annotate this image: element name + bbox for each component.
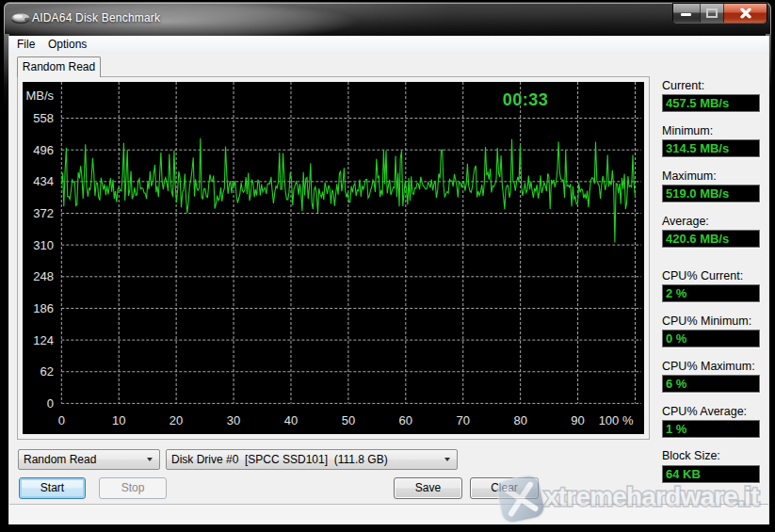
svg-text:124: 124: [33, 333, 54, 347]
svg-text:50: 50: [342, 413, 355, 427]
svg-text:80: 80: [513, 413, 526, 427]
svg-text:100 %: 100 %: [599, 413, 634, 427]
svg-text:62: 62: [40, 364, 54, 379]
svg-text:310: 310: [33, 238, 54, 252]
svg-text:186: 186: [33, 301, 54, 315]
svg-text:558: 558: [33, 111, 54, 125]
svg-text:372: 372: [33, 206, 54, 220]
svg-text:90: 90: [571, 413, 584, 427]
svg-text:496: 496: [33, 143, 54, 157]
svg-text:MB/s: MB/s: [25, 89, 54, 103]
svg-text:30: 30: [227, 413, 240, 427]
svg-text:40: 40: [284, 413, 298, 427]
svg-text:60: 60: [399, 413, 412, 427]
svg-text:10: 10: [112, 413, 125, 427]
svg-text:0: 0: [58, 413, 65, 427]
svg-text:20: 20: [170, 413, 183, 427]
svg-text:70: 70: [456, 413, 469, 427]
svg-text:434: 434: [33, 174, 54, 188]
svg-text:00:33: 00:33: [503, 90, 549, 109]
svg-text:0: 0: [47, 396, 54, 411]
svg-text:248: 248: [33, 269, 54, 283]
